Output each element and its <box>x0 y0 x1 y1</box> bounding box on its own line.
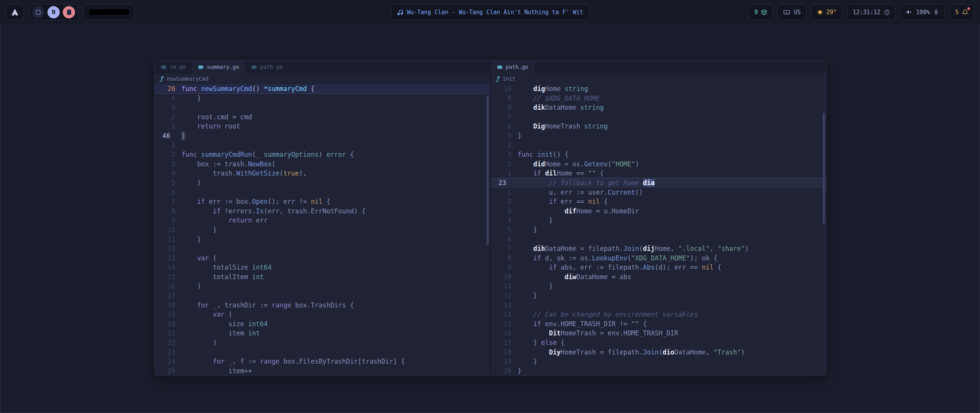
code-line[interactable]: 23 <box>155 348 490 357</box>
code-line[interactable]: 14 totalSize int64 <box>155 263 490 272</box>
notifications-widget[interactable]: 5 <box>949 4 974 20</box>
code-line[interactable]: 1 return root <box>155 122 490 131</box>
code-line[interactable]: 20 size int64 <box>155 319 490 329</box>
code-line[interactable]: 6 DigHomeTrash string <box>491 122 826 131</box>
code-line[interactable]: 3 difHome = u.HomeDir <box>491 206 826 216</box>
launcher-button[interactable] <box>6 4 24 20</box>
code-line[interactable]: 23 // fallback to get home dia <box>491 178 826 188</box>
tab-path.go[interactable]: path.go <box>245 60 289 73</box>
line-number: 7 <box>491 112 518 122</box>
keyboard-layout-widget[interactable]: US <box>777 4 806 20</box>
code-line[interactable]: 9 return err <box>155 216 490 225</box>
code-line[interactable]: 15 if env.HOME_TRASH_DIR != "" { <box>491 319 826 329</box>
code-line[interactable]: 11 } <box>491 281 826 291</box>
code-line[interactable]: 3func init() { <box>491 150 826 159</box>
code-line[interactable]: 8 dikDataHome string <box>491 103 826 112</box>
window-title-widget[interactable] <box>83 4 135 20</box>
code-line[interactable]: 10 diwDataHome = abs <box>491 272 826 282</box>
code-line[interactable]: 16 ) <box>155 281 490 291</box>
code-line[interactable]: 10 digHome string <box>491 84 826 94</box>
code-line[interactable]: 12 } <box>491 291 826 301</box>
tab-label: path.go <box>506 64 528 70</box>
code-line[interactable]: 3 box := trash.NewBox( <box>155 159 490 169</box>
line-number: 3 <box>491 206 518 216</box>
code-area-left[interactable]: 26func newSummaryCmd() *summaryCmd {4 }3… <box>155 84 490 376</box>
go-file-icon <box>251 64 257 70</box>
weather-widget[interactable]: 29° <box>811 4 843 20</box>
code-line[interactable]: 2 didHome = os.Getenv("HOME") <box>491 159 826 169</box>
jump-label: Diy <box>549 348 561 356</box>
code-line[interactable]: 19 } <box>491 357 826 366</box>
code-line[interactable]: 2 if err == nil { <box>491 197 826 206</box>
code-line[interactable]: 7 <box>491 112 826 122</box>
code-line[interactable]: 2 root.cmd = cmd <box>155 112 490 122</box>
line-number: 15 <box>155 272 181 282</box>
workspace-3[interactable] <box>63 6 75 18</box>
go-file-icon <box>161 64 167 70</box>
code-line[interactable]: 12 <box>155 244 490 254</box>
scrollbar-left[interactable] <box>487 96 489 245</box>
code-line[interactable]: 10 } <box>155 225 490 235</box>
code-line[interactable]: 6 <box>491 235 826 244</box>
code-line[interactable]: 2func summaryCmdRun(_ summaryOptions) er… <box>155 150 490 159</box>
code-line[interactable]: 24 for _, f := range box.FilesByTrashDir… <box>155 357 490 366</box>
workspace-1[interactable] <box>32 6 44 18</box>
ring-icon <box>36 10 41 15</box>
clock-widget[interactable]: 12:31:12 <box>847 4 896 20</box>
line-number: 10 <box>491 272 518 282</box>
code-line[interactable]: 5 ) <box>155 178 490 188</box>
code-line[interactable]: 46} <box>155 131 490 141</box>
tab-path.go[interactable]: path.go <box>491 60 534 73</box>
code-line[interactable]: 8 if d, ok := os.LookupEnv("XDG_DATA_HOM… <box>491 254 826 263</box>
line-number: 13 <box>491 301 518 310</box>
code-line[interactable]: 13 <box>491 301 826 310</box>
code-line[interactable]: 1 if dilHome == "" { <box>491 169 826 178</box>
volume-widget[interactable]: 100% <box>900 4 945 20</box>
code-line[interactable]: 5} <box>491 131 826 141</box>
code-line[interactable]: 7 dihDataHome = filepath.Join(dijHome, "… <box>491 244 826 254</box>
jump-label: Dig <box>533 122 545 130</box>
line-number: 10 <box>155 225 181 235</box>
line-number: 14 <box>155 263 181 272</box>
code-line[interactable]: 7 if err := box.Open(); err != nil { <box>155 197 490 206</box>
code-line[interactable]: 17 } else { <box>491 338 826 348</box>
code-line[interactable]: 3 <box>155 103 490 112</box>
keyboard-icon <box>783 9 790 16</box>
bell-icon <box>962 9 968 15</box>
code-line[interactable]: 4 } <box>491 216 826 225</box>
workspace-2[interactable]: N <box>47 6 60 18</box>
code-line[interactable]: 16 DitHomeTrash = env.HOME_TRASH_DIR <box>491 328 826 338</box>
code-line[interactable]: 8 if !errors.Is(err, trash.ErrNotFound) … <box>155 206 490 216</box>
code-area-right[interactable]: 10 digHome string9 // $XDG_DATA_HOME8 di… <box>491 84 826 376</box>
code-line[interactable]: 18 DiyHomeTrash = filepath.Join(dioDataH… <box>491 348 826 357</box>
tab-rm.go[interactable]: rm.go <box>155 60 192 73</box>
code-line[interactable]: 20} <box>491 366 826 376</box>
code-line[interactable]: 17 <box>155 291 490 301</box>
code-line[interactable]: 11 } <box>155 235 490 244</box>
code-line[interactable]: 25 item++ <box>155 366 490 376</box>
code-line[interactable]: 6 <box>155 188 490 197</box>
scrollbar-right[interactable] <box>823 113 825 224</box>
code-line[interactable]: 19 var ( <box>155 310 490 319</box>
media-widget[interactable]: Wu-Tang Clan - Wu-Tang Clan Ain't Nuthin… <box>391 4 589 20</box>
code-line[interactable]: 22 ) <box>155 338 490 348</box>
code-line[interactable]: 9 // $XDG_DATA_HOME <box>491 94 826 103</box>
code-line[interactable]: 4 trash.WithGetSize(true), <box>155 169 490 178</box>
code-line[interactable]: 21 item int <box>155 328 490 338</box>
tab-summary.go[interactable]: summary.go <box>192 60 245 73</box>
code-line[interactable]: 1 <box>155 141 490 150</box>
code-line[interactable]: 18 for _, trashDir := range box.TrashDir… <box>155 301 490 310</box>
jump-label: dil <box>545 169 557 177</box>
code-line[interactable]: 4 <box>491 141 826 150</box>
code-line[interactable]: 5 } <box>491 225 826 235</box>
code-line[interactable]: 15 totalItem int <box>155 272 490 282</box>
clock-icon <box>884 9 890 15</box>
line-number: 22 <box>155 338 181 348</box>
code-line[interactable]: 13 var ( <box>155 254 490 263</box>
context-line[interactable]: 26func newSummaryCmd() *summaryCmd { <box>155 84 490 94</box>
code-line[interactable]: 14 // Can be changed by environment vari… <box>491 310 826 319</box>
code-line[interactable]: 1 u, err := user.Current() <box>491 188 826 197</box>
updates-widget[interactable]: 9 <box>748 4 773 20</box>
code-line[interactable]: 9 if abs, err := filepath.Abs(d); err ==… <box>491 263 826 272</box>
code-line[interactable]: 4 } <box>155 94 490 103</box>
